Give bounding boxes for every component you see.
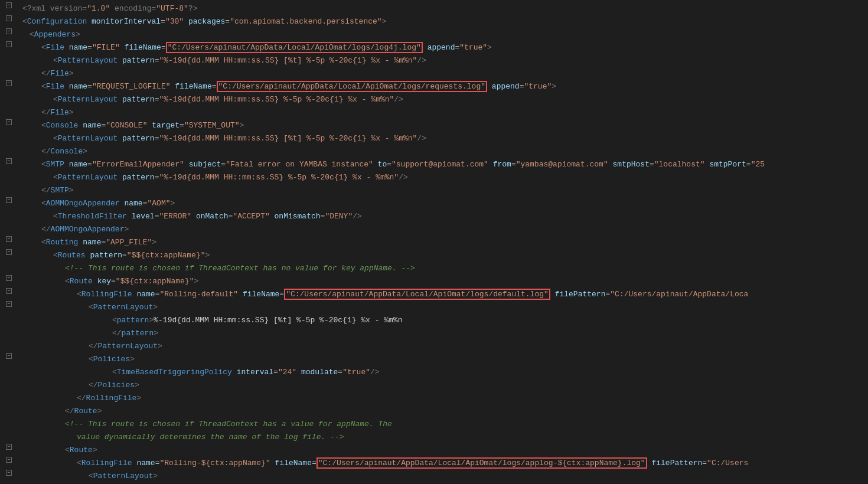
code-line-26: </pattern> bbox=[18, 327, 868, 340]
gutter-22[interactable]: − bbox=[0, 275, 18, 281]
line-5: <PatternLayout pattern="%-19d{dd.MMM HH:… bbox=[0, 54, 868, 67]
line-24: − <PatternLayout> bbox=[0, 301, 868, 314]
code-line-35: <Route> bbox=[18, 444, 868, 457]
line-21: <!-- This route is chosen if ThreadConte… bbox=[0, 262, 868, 275]
line-37: − <PatternLayout> bbox=[0, 470, 868, 483]
line-3: − <Appenders> bbox=[0, 28, 868, 41]
line-11: <PatternLayout pattern="%-19d{dd.MMM HH:… bbox=[0, 132, 868, 145]
code-line-33: <!-- This route is chosen if ThreadConte… bbox=[18, 418, 868, 431]
code-line-5: <PatternLayout pattern="%-19d{dd.MMM HH:… bbox=[18, 54, 868, 67]
line-22: − <Route key="$${ctx:appName}"> bbox=[0, 275, 868, 288]
line-33: <!-- This route is chosen if ThreadConte… bbox=[0, 418, 868, 431]
code-line-14: <PatternLayout pattern="%-19d{dd.MMM HH:… bbox=[18, 171, 868, 184]
gutter-20[interactable]: − bbox=[0, 249, 18, 255]
code-line-31: </RollingFile> bbox=[18, 392, 868, 405]
code-line-34: value dynamically determines the name of… bbox=[18, 431, 868, 444]
code-line-8: <PatternLayout pattern="%-19d{dd.MMM HH:… bbox=[18, 93, 868, 106]
gutter-7[interactable]: − bbox=[0, 80, 18, 86]
code-editor: − <?xml version="1.0" encoding="UTF-8"?>… bbox=[0, 0, 868, 484]
line-9: </File> bbox=[0, 106, 868, 119]
line-7: − <File name="REQUEST_LOGFILE" fileName=… bbox=[0, 80, 868, 93]
line-1: − <?xml version="1.0" encoding="UTF-8"?> bbox=[0, 2, 868, 15]
line-30: </Policies> bbox=[0, 379, 868, 392]
code-line-17: <ThresholdFilter level="ERROR" onMatch="… bbox=[18, 210, 868, 223]
gutter-36[interactable]: − bbox=[0, 457, 18, 463]
gutter-13[interactable]: − bbox=[0, 158, 18, 164]
gutter-28[interactable]: − bbox=[0, 353, 18, 359]
gutter-19[interactable]: − bbox=[0, 236, 18, 242]
code-line-2: <Configuration monitorInterval="30" pack… bbox=[18, 15, 868, 28]
gutter-1[interactable]: − bbox=[0, 2, 18, 8]
gutter-10[interactable]: − bbox=[0, 119, 18, 125]
code-line-22: <Route key="$${ctx:appName}"> bbox=[18, 275, 868, 288]
line-31: </RollingFile> bbox=[0, 392, 868, 405]
code-line-29: <TimeBasedTriggeringPolicy interval="24"… bbox=[18, 366, 868, 379]
code-line-21: <!-- This route is chosen if ThreadConte… bbox=[18, 262, 868, 275]
line-6: </File> bbox=[0, 67, 868, 80]
line-2: − <Configuration monitorInterval="30" pa… bbox=[0, 15, 868, 28]
line-12: </Console> bbox=[0, 145, 868, 158]
line-14: <PatternLayout pattern="%-19d{dd.MMM HH:… bbox=[0, 171, 868, 184]
line-29: <TimeBasedTriggeringPolicy interval="24"… bbox=[0, 366, 868, 379]
line-18: </AOMMOngoAppender> bbox=[0, 223, 868, 236]
code-line-25: <pattern>%-19d{dd.MMM HH:mm:ss.SS} [%t] … bbox=[18, 314, 868, 327]
line-17: <ThresholdFilter level="ERROR" onMatch="… bbox=[0, 210, 868, 223]
line-16: − <AOMMOngoAppender name="AOM"> bbox=[0, 197, 868, 210]
line-36: − <RollingFile name="Rolling-${ctx:appNa… bbox=[0, 457, 868, 470]
line-13: − <SMTP name="ErrorEmailAppender" subjec… bbox=[0, 158, 868, 171]
code-line-32: </Route> bbox=[18, 405, 868, 418]
code-line-27: </PatternLayout> bbox=[18, 340, 868, 353]
code-line-12: </Console> bbox=[18, 145, 868, 158]
gutter-2[interactable]: − bbox=[0, 15, 18, 21]
line-15: </SMTP> bbox=[0, 184, 868, 197]
code-line-11: <PatternLayout pattern="%-19d{dd.MMM HH:… bbox=[18, 132, 868, 145]
line-19: − <Routing name="APP_FILE"> bbox=[0, 236, 868, 249]
code-line-1: <?xml version="1.0" encoding="UTF-8"?> bbox=[18, 2, 868, 15]
code-line-30: </Policies> bbox=[18, 379, 868, 392]
line-34: value dynamically determines the name of… bbox=[0, 431, 868, 444]
gutter-35[interactable]: − bbox=[0, 444, 18, 450]
line-25: <pattern>%-19d{dd.MMM HH:mm:ss.SS} [%t] … bbox=[0, 314, 868, 327]
gutter-4[interactable]: − bbox=[0, 41, 18, 47]
code-line-37: <PatternLayout> bbox=[18, 470, 868, 483]
code-line-9: </File> bbox=[18, 106, 868, 119]
line-35: − <Route> bbox=[0, 444, 868, 457]
line-23: − <RollingFile name="Rolling-default" fi… bbox=[0, 288, 868, 301]
code-line-36: <RollingFile name="Rolling-${ctx:appName… bbox=[18, 457, 868, 470]
code-line-10: <Console name="CONSOLE" target="SYSTEM_O… bbox=[18, 119, 868, 132]
code-line-7: <File name="REQUEST_LOGFILE" fileName="C… bbox=[18, 80, 868, 93]
code-line-28: <Policies> bbox=[18, 353, 868, 366]
code-line-19: <Routing name="APP_FILE"> bbox=[18, 236, 868, 249]
line-27: </PatternLayout> bbox=[0, 340, 868, 353]
code-line-6: </File> bbox=[18, 67, 868, 80]
code-line-15: </SMTP> bbox=[18, 184, 868, 197]
line-8: <PatternLayout pattern="%-19d{dd.MMM HH:… bbox=[0, 93, 868, 106]
line-26: </pattern> bbox=[0, 327, 868, 340]
line-28: − <Policies> bbox=[0, 353, 868, 366]
code-line-18: </AOMMOngoAppender> bbox=[18, 223, 868, 236]
line-20: − <Routes pattern="$${ctx:appName}"> bbox=[0, 249, 868, 262]
gutter-23[interactable]: − bbox=[0, 288, 18, 294]
gutter-24[interactable]: − bbox=[0, 301, 18, 307]
code-line-16: <AOMMOngoAppender name="AOM"> bbox=[18, 197, 868, 210]
gutter-3[interactable]: − bbox=[0, 28, 18, 34]
code-line-3: <Appenders> bbox=[18, 28, 868, 41]
code-line-23: <RollingFile name="Rolling-default" file… bbox=[18, 288, 868, 301]
code-line-24: <PatternLayout> bbox=[18, 301, 868, 314]
code-line-4: <File name="FILE" fileName="C:/Users/api… bbox=[18, 41, 868, 54]
line-10: − <Console name="CONSOLE" target="SYSTEM… bbox=[0, 119, 868, 132]
gutter-37[interactable]: − bbox=[0, 470, 18, 476]
line-32: </Route> bbox=[0, 405, 868, 418]
gutter-16[interactable]: − bbox=[0, 197, 18, 203]
code-line-20: <Routes pattern="$${ctx:appName}"> bbox=[18, 249, 868, 262]
code-line-13: <SMTP name="ErrorEmailAppender" subject=… bbox=[18, 158, 868, 171]
line-4: − <File name="FILE" fileName="C:/Users/a… bbox=[0, 41, 868, 54]
